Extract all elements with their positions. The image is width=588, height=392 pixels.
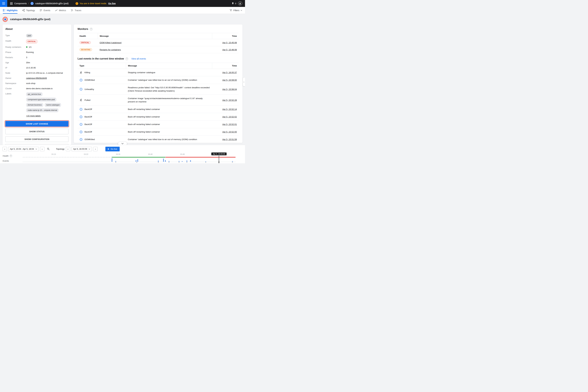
chevron-down-icon (36, 148, 37, 150)
health-segment (166, 157, 236, 158)
event-row: OOMKilled Container 'catalogue' was kill… (78, 76, 239, 84)
event-minor-mark (136, 162, 137, 163)
collapse-sidebar-handle[interactable]: ‹ (243, 77, 245, 86)
page-header: catalogue-69b58cb649-gjl5v (pod) (2, 16, 242, 22)
event-bar (186, 160, 187, 162)
topology-time-select[interactable]: Apr 5, 16:00:09 (72, 147, 92, 151)
event-time-link[interactable]: Apr 5, 15:52:14 (222, 108, 237, 110)
help-icon[interactable]: ? (126, 58, 128, 60)
main-content: catalogue-69b58cb649-gjl5v (pod) About T… (0, 14, 245, 145)
event-time-link[interactable]: Apr 5, 15:51:59 (222, 138, 237, 140)
time-marker-line[interactable] (219, 156, 219, 163)
timeline-canvas[interactable]: 15:1315:2215:3115:4015:49 Apr 5, 16:00:0… (23, 152, 236, 163)
timeline-controls: ‹ Apr 5, 15:04 - Apr 5, 16:04 › Topology… (0, 145, 245, 152)
column-header: Time (212, 33, 239, 39)
field-label: Namespace (5, 82, 26, 85)
tab[interactable]: Traces (71, 7, 81, 14)
help-icon[interactable]: ? (90, 28, 92, 30)
pin-count: 0 (235, 2, 236, 5)
avatar[interactable] (238, 2, 242, 6)
help-icon[interactable]: ? (10, 155, 12, 157)
monitor-row: DEVIATING Restarts for containers Apr 5,… (78, 46, 239, 53)
health-label-text: Health (3, 155, 9, 157)
event-time-link[interactable]: Apr 5, 15:52:00 (222, 131, 237, 133)
event-bar (165, 160, 166, 162)
tab[interactable]: Events (40, 7, 50, 14)
topology-time-value: Apr 5, 16:00:09 (73, 148, 87, 150)
event-bar (137, 159, 138, 162)
go-live-link[interactable]: Go live (108, 2, 116, 5)
range-prev-button[interactable]: ‹ (2, 147, 7, 151)
pod-health-icon (2, 17, 8, 22)
monitor-time-link[interactable]: Apr 5, 15:46:06 (222, 48, 237, 51)
monitor-message-link[interactable]: Restarts for containers (100, 48, 121, 51)
event-bar (136, 160, 136, 162)
monitors-header: Monitors ? (78, 28, 239, 30)
more-labels-link[interactable]: +15 more labels (26, 115, 41, 117)
event-type-icon (80, 123, 82, 126)
field-label: Owner (5, 77, 26, 80)
pin-button[interactable]: 0 (232, 2, 236, 5)
person-icon (239, 2, 242, 5)
event-time-link[interactable]: Apr 5, 15:52:02 (222, 116, 237, 118)
range-next-button[interactable]: › (40, 147, 44, 151)
filters-label: Filters (234, 9, 239, 12)
monitors-table: Health Message Time CRITICAL OOM Killed … (78, 33, 239, 53)
event-type-label: BackOff (84, 123, 92, 126)
zoom-out-icon[interactable] (46, 147, 51, 151)
event-time-link[interactable]: Apr 5, 15:52:01 (222, 123, 237, 126)
events-row-label: Events (3, 160, 9, 162)
tab[interactable]: Topology (22, 7, 35, 14)
view-all-events-link[interactable]: View all events (131, 58, 146, 60)
owner-link[interactable]: catalogue-69b58cb649 (26, 77, 47, 79)
filters-button[interactable]: Filters (230, 7, 242, 14)
monitor-time-link[interactable]: Apr 5, 15:45:06 (222, 42, 237, 44)
tab-icon (40, 9, 42, 12)
tab[interactable]: Highlights (3, 7, 18, 14)
field-value: 1/1 (29, 46, 32, 48)
show-configuration-button[interactable]: SHOW CONFIGURATION (5, 136, 68, 142)
column-header: Health (78, 33, 98, 39)
event-time-link[interactable]: Apr 5, 15:52:28 (222, 99, 237, 101)
time-travel-banner: ! You are in time travel mode. Go live (76, 2, 116, 5)
column-header: Message (126, 63, 212, 69)
topology-time-prev-button[interactable]: ‹ (66, 147, 70, 151)
event-type-icon (80, 138, 82, 141)
topology-time-label: Topology (56, 148, 64, 150)
event-bar (206, 161, 206, 162)
topology-time-next-button[interactable]: › (93, 147, 98, 151)
field-value: 3 (26, 56, 27, 59)
show-status-button[interactable]: SHOW STATUS (5, 128, 68, 134)
field-label: Age (5, 61, 26, 64)
event-message: Stopping container catalogue (126, 69, 212, 76)
events-baseline (23, 162, 236, 162)
tab[interactable]: Metrics (55, 7, 66, 14)
event-time-link[interactable]: Apr 5, 16:00:37 (222, 71, 237, 74)
time-range-select[interactable]: Apr 5, 15:04 - Apr 5, 16:04 (8, 147, 39, 151)
event-bar (182, 161, 182, 162)
topbar-right: 0 (232, 2, 245, 6)
event-type-icon (80, 88, 82, 91)
hamburger-bar (2, 3, 5, 4)
tab-bar: Highlights Topology (0, 7, 245, 14)
column-header: Time (212, 63, 239, 69)
event-time-link[interactable]: Apr 5, 15:59:00 (222, 79, 237, 81)
monitor-message-link[interactable]: OOM Killed (catalogue) (100, 42, 122, 44)
event-row: BackOff Back-off restarting failed conta… (78, 120, 239, 128)
chevron-down-icon (88, 148, 90, 150)
event-time-link[interactable]: Apr 5, 15:56:04 (222, 88, 237, 90)
health-segment (112, 157, 165, 158)
event-type-icon (80, 78, 82, 82)
show-last-change-button[interactable]: SHOW LAST CHANGE (5, 121, 68, 126)
health-row-label: Health ? (3, 155, 12, 157)
time-travel-message: You are in time travel mode. (80, 2, 107, 5)
breadcrumb-entity: catalogue-69b58cb649-gjl5v (pod) (35, 2, 68, 5)
event-message: Back-off restarting failed container (126, 113, 212, 120)
play-icon (108, 148, 109, 150)
events-table-header: Type Message Time (78, 63, 239, 69)
breadcrumb: Components / catalogue-69b58cb649-gjl5v … (10, 2, 69, 5)
hamburger-menu-button[interactable] (0, 0, 7, 7)
breadcrumb-components[interactable]: Components (14, 2, 27, 5)
event-message: Readiness probe failed: Get "http://10.0… (126, 84, 212, 94)
go-live-button[interactable]: Go live (106, 147, 120, 152)
